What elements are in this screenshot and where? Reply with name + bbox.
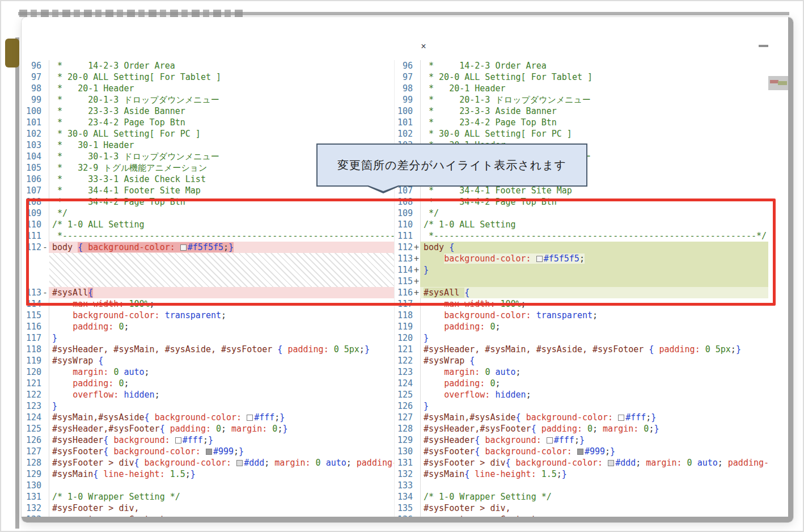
- diff-left-pane[interactable]: 96 * 14-2-3 Order Area97 * 20-0 ALL Sett…: [24, 60, 395, 522]
- code-line: 131/* 1-0 Wrapper Setting */: [24, 491, 394, 503]
- minimap-removed-marker: [770, 80, 778, 83]
- code-line: 113+ background-color: #f5f5f5;: [395, 253, 768, 264]
- code-line: 120 margin: 0 auto;: [24, 366, 394, 378]
- code-line: 125 overflow: hidden;: [395, 389, 768, 400]
- code-line: 123}: [24, 400, 394, 412]
- code-line: 107 * 34-4-1 Footer Site Map: [395, 185, 768, 196]
- code-line: 99 * 20-1-3 ドロップダウンメニュー: [395, 94, 768, 105]
- code-line: 118#sysHeader, #sysMain, #sysAside, #sys…: [24, 344, 394, 355]
- diff-right-pane[interactable]: 96 * 14-2-3 Order Area97 * 20-0 ALL Sett…: [395, 60, 768, 522]
- code-line: 114 max-width: 100%;: [24, 298, 394, 310]
- vertical-scrollbar[interactable]: [788, 17, 793, 522]
- code-line: 134/* 1-0 Wrapper Setting */: [395, 491, 768, 503]
- code-line: 115 background-color: transparent;: [24, 310, 394, 321]
- code-line: 100 * 23-3-3 Aside Banner: [24, 105, 394, 117]
- code-line: 98 * 20-1 Header: [24, 83, 394, 94]
- code-line: 129#sysHeader{ background: #fff;}: [395, 434, 768, 446]
- code-line: 112+body {: [395, 242, 768, 253]
- code-line: 116+#sysAll {: [395, 287, 768, 298]
- code-line: 118 background-color: transparent;: [395, 310, 768, 321]
- code-line: 126#sysHeader{ background: #fff;}: [24, 434, 394, 446]
- code-line: 110/* 1-0 ALL Setting: [24, 219, 394, 230]
- minimap-added-marker: [778, 81, 787, 85]
- code-line: 130#sysFooter{ background-color: #999;}: [395, 446, 768, 457]
- color-swatch: [180, 244, 187, 251]
- background-page-scrollbar[interactable]: [15, 37, 19, 529]
- code-line: 114+}: [395, 264, 768, 276]
- scroll-gutter-mark: [759, 45, 768, 47]
- code-line: 122 overflow: hidden;: [24, 389, 394, 400]
- code-line: 110/* 1-0 ALL Setting: [395, 219, 768, 230]
- tooltip-text: 変更箇所の差分がハイライト表示されます: [337, 158, 566, 173]
- code-line: 113-#sysAll{: [24, 287, 394, 298]
- code-line: 125#sysHeader,#sysFooter{ padding: 0; ma…: [24, 423, 394, 434]
- missing-lines-hatch: [49, 253, 394, 287]
- horizontal-scrollbar[interactable]: [22, 517, 793, 522]
- code-line: 131#sysFooter > div{ background-color: #…: [395, 457, 768, 468]
- diff-modal: × 96 * 14-2-3 Order Area97 * 20-0 ALL Se…: [22, 17, 793, 522]
- color-swatch: [608, 460, 614, 466]
- color-swatch: [536, 256, 543, 262]
- code-line: 109 */: [395, 208, 768, 219]
- code-line: 119 padding: 0;: [395, 321, 768, 332]
- code-line: 96 * 14-2-3 Order Area: [395, 60, 768, 71]
- code-line: 128#sysFooter > div{ background-color: #…: [24, 457, 394, 468]
- diff-minimap[interactable]: [768, 76, 788, 90]
- code-line: 117 max-width: 100%;: [395, 298, 768, 310]
- code-line: 102 * 30-0 ALL Setting[ For PC ]: [24, 128, 394, 140]
- code-line: 132#sysMain{ line-height: 1.5;}: [395, 468, 768, 480]
- code-line: 132#sysFooter > div,: [24, 503, 394, 514]
- code-line: 116 padding: 0;: [24, 321, 394, 332]
- code-line: 122#sysWrap {: [395, 355, 768, 366]
- code-line: 123 margin: 0 auto;: [395, 366, 768, 378]
- code-line: 109 */: [24, 208, 394, 219]
- code-line: 101 * 23-4-2 Page Top Btn: [395, 117, 768, 128]
- color-swatch: [247, 415, 253, 421]
- color-swatch: [206, 449, 212, 455]
- code-line: 96 * 14-2-3 Order Area: [24, 60, 394, 71]
- code-line: 97 * 20-0 ALL Setting[ For Tablet ]: [24, 71, 394, 83]
- background-page-button-sliver[interactable]: [5, 39, 19, 67]
- diff-highlight-tooltip: 変更箇所の差分がハイライト表示されます: [316, 143, 587, 187]
- code-line: 107 * 34-4-1 Footer Site Map: [24, 185, 394, 196]
- code-line: 115+: [395, 276, 768, 287]
- code-line: 124 padding: 0;: [395, 378, 768, 389]
- close-icon[interactable]: ×: [415, 40, 432, 53]
- code-line: 108 * 34-4-2 Page Top Btn: [395, 196, 768, 208]
- code-line: 99 * 20-1-3 ドロップダウンメニュー: [24, 94, 394, 105]
- code-line: 121#sysHeader, #sysMain, #sysAside, #sys…: [395, 344, 768, 355]
- code-line: 126}: [395, 400, 768, 412]
- code-line: 112-body { background-color: #f5f5f5;}: [24, 242, 394, 253]
- color-swatch: [547, 437, 553, 444]
- code-line: 135#sysFooter > div,: [395, 503, 768, 514]
- code-line: 120}: [395, 332, 768, 344]
- color-swatch: [175, 437, 181, 444]
- code-line: 111 *-----------------------------------…: [395, 230, 768, 242]
- obscured-background-text: [19, 10, 246, 17]
- code-line: 102 * 30-0 ALL Setting[ For PC ]: [395, 128, 768, 140]
- code-line: 117}: [24, 332, 394, 344]
- code-line: 121 padding: 0;: [24, 378, 394, 389]
- code-line: 108 * 34-4-2 Page Top Btn: [24, 196, 394, 208]
- page-background: × 96 * 14-2-3 Order Area97 * 20-0 ALL Se…: [0, 0, 804, 532]
- code-line: 100 * 23-3-3 Aside Banner: [395, 105, 768, 117]
- code-line: 119#sysWrap {: [24, 355, 394, 366]
- code-line: 111 *-----------------------------------…: [24, 230, 394, 242]
- code-line: 127#sysFooter{ background-color: #999;}: [24, 446, 394, 457]
- code-line: 127#sysMain,#sysAside{ background-color:…: [395, 412, 768, 423]
- code-line: 130: [24, 480, 394, 491]
- code-line: 124#sysMain,#sysAside{ background-color:…: [24, 412, 394, 423]
- code-line: 97 * 20-0 ALL Setting[ For Tablet ]: [395, 71, 768, 83]
- color-swatch: [618, 415, 624, 421]
- code-line: 101 * 23-4-2 Page Top Btn: [24, 117, 394, 128]
- code-line: 98 * 20-1 Header: [395, 83, 768, 94]
- color-swatch: [236, 460, 243, 466]
- code-line: 133: [395, 480, 768, 491]
- code-line: 128#sysHeader,#sysFooter{ padding: 0; ma…: [395, 423, 768, 434]
- code-line: 129#sysMain{ line-height: 1.5;}: [24, 468, 394, 480]
- color-swatch: [577, 449, 583, 455]
